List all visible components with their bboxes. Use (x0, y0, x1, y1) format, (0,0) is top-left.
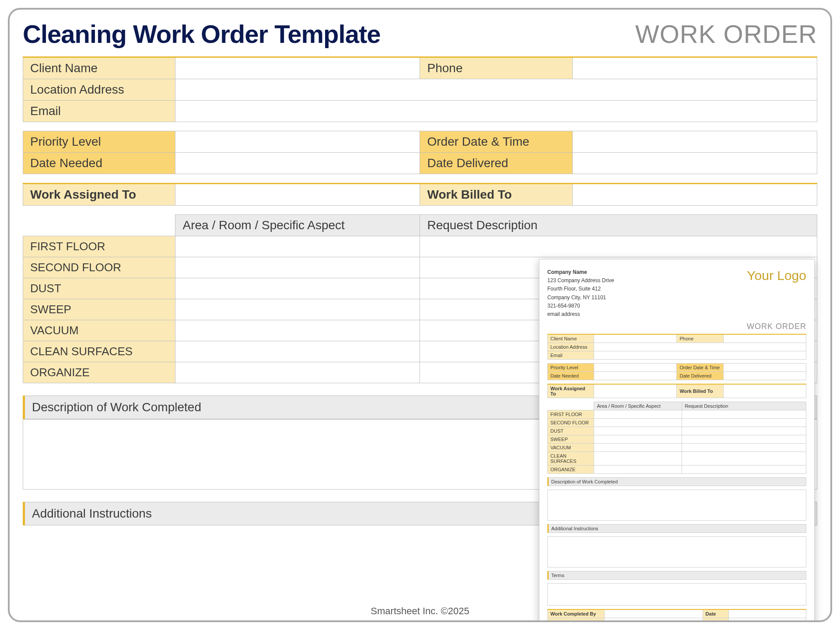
preview-tasks-table: Area / Room / Specific Aspect Request De… (547, 402, 806, 474)
preview-client-table: Client Name Phone Location Address Email (547, 334, 806, 360)
preview-section: Additional Instructions (547, 524, 806, 533)
task-request-field[interactable] (420, 236, 817, 257)
address-field[interactable] (175, 79, 817, 101)
preview-label: Work Billed To (677, 384, 723, 398)
work-order-heading: WORK ORDER (635, 19, 817, 49)
preview-field (594, 364, 677, 372)
assigned-to-field[interactable] (175, 184, 420, 206)
tasks-corner-cell (23, 215, 175, 236)
preview-field (594, 452, 682, 466)
template-preview-card: Company Name 123 Company Address Drive F… (539, 259, 815, 622)
preview-field (728, 609, 806, 618)
task-row-label: CLEAN SURFACES (23, 341, 175, 362)
preview-meta-table: Priority Level Order Date & Time Date Ne… (547, 363, 806, 380)
preview-addr1: 123 Company Address Drive (547, 276, 614, 285)
preview-field (682, 427, 806, 435)
preview-field (594, 384, 677, 398)
preview-task-label: ORGANIZE (548, 466, 594, 474)
document-frame: Cleaning Work Order Template WORK ORDER … (8, 8, 832, 622)
preview-field (723, 372, 806, 380)
assignment-table: Work Assigned To Work Billed To (23, 183, 817, 206)
preview-field (723, 334, 806, 343)
email-field[interactable] (175, 101, 817, 122)
client-name-label: Client Name (23, 57, 175, 79)
task-area-field[interactable] (175, 341, 420, 362)
preview-task-label: VACUUM (548, 444, 594, 452)
preview-col-header: Area / Room / Specific Aspect (594, 402, 682, 410)
task-row-label: SWEEP (23, 299, 175, 320)
preview-field (594, 419, 682, 427)
preview-field (594, 351, 806, 360)
preview-addr2: Fourth Floor, Suite 412 (547, 285, 614, 293)
preview-col-header: Request Description (682, 402, 806, 410)
date-delivered-label: Date Delivered (420, 153, 572, 174)
preview-label: Email (548, 351, 594, 360)
header: Cleaning Work Order Template WORK ORDER (23, 19, 817, 49)
preview-label: Order Date & Time (677, 364, 723, 372)
preview-phone: 321-654-9870 (547, 302, 614, 310)
preview-section-label: Terms (548, 571, 806, 580)
preview-field (723, 364, 806, 372)
preview-label: Date Needed (548, 372, 594, 380)
priority-label: Priority Level (23, 131, 175, 153)
preview-field (682, 466, 806, 474)
preview-label: Work Assigned To (548, 384, 594, 398)
preview-section-label: Description of Work Completed (548, 478, 806, 486)
order-meta-table: Priority Level Order Date & Time Date Ne… (23, 131, 817, 174)
preview-field (548, 537, 806, 567)
address-label: Location Address (23, 79, 175, 101)
preview-label: Date Delivered (677, 372, 723, 380)
preview-field (594, 427, 682, 435)
task-area-field[interactable] (175, 320, 420, 341)
phone-label: Phone (420, 57, 572, 79)
preview-field (548, 490, 806, 521)
preview-task-label: DUST (548, 427, 594, 435)
task-row-label: SECOND FLOOR (23, 257, 175, 278)
preview-field (605, 618, 703, 622)
preview-label: Date (703, 609, 728, 618)
page-title: Cleaning Work Order Template (23, 19, 380, 49)
priority-field[interactable] (175, 131, 420, 153)
billed-to-field[interactable] (572, 184, 817, 206)
task-area-field[interactable] (175, 257, 420, 278)
client-name-field[interactable] (175, 57, 420, 79)
phone-field[interactable] (572, 57, 817, 79)
preview-task-label: SWEEP (548, 435, 594, 444)
assigned-to-label: Work Assigned To (23, 184, 175, 206)
task-area-field[interactable] (175, 299, 420, 320)
billed-to-label: Work Billed To (420, 184, 572, 206)
task-area-field[interactable] (175, 236, 420, 257)
preview-field (594, 444, 682, 452)
preview-email: email address (547, 310, 614, 318)
preview-field (682, 444, 806, 452)
preview-logo-placeholder: Your Logo (747, 268, 806, 318)
preview-label: Date (703, 618, 728, 622)
preview-label: Phone (677, 334, 723, 343)
col-area-header: Area / Room / Specific Aspect (175, 215, 420, 236)
preview-label: Work Completed By (548, 609, 605, 618)
date-delivered-field[interactable] (572, 153, 817, 174)
preview-label: Work Approved By (548, 618, 605, 622)
preview-field (682, 435, 806, 444)
preview-addr3: Company City, NY 11101 (547, 294, 614, 302)
preview-work-order-label: WORK ORDER (547, 322, 806, 331)
col-request-header: Request Description (420, 215, 817, 236)
task-row-label: ORGANIZE (23, 362, 175, 383)
preview-section: Terms (547, 571, 806, 580)
preview-field (594, 410, 682, 419)
preview-field (682, 452, 806, 466)
order-datetime-field[interactable] (572, 131, 817, 153)
date-needed-label: Date Needed (23, 153, 175, 174)
task-area-field[interactable] (175, 278, 420, 299)
preview-field (682, 419, 806, 427)
task-row-label: VACUUM (23, 320, 175, 341)
preview-label: Client Name (548, 334, 594, 343)
preview-section: Description of Work Completed (547, 477, 806, 486)
email-label: Email (23, 101, 175, 122)
preview-task-label: CLEAN SURFACES (548, 452, 594, 466)
preview-box (547, 490, 806, 521)
preview-assign-table: Work Assigned To Work Billed To (547, 384, 806, 398)
date-needed-field[interactable] (175, 153, 420, 174)
preview-field (548, 584, 806, 606)
task-area-field[interactable] (175, 362, 420, 383)
